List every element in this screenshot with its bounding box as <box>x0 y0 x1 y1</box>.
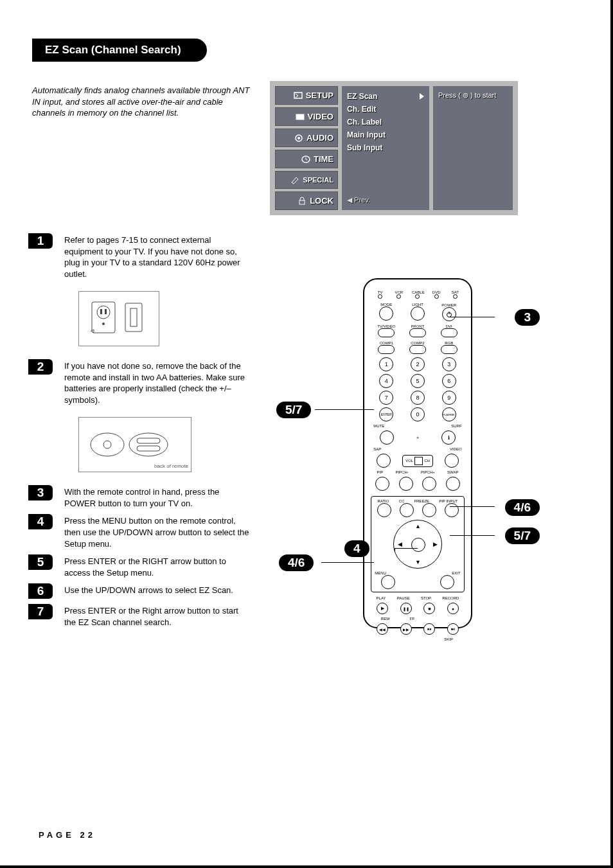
num-1[interactable]: 1 <box>379 357 393 371</box>
osd-item: Ch. Edit <box>347 103 424 116</box>
pipch-plus-button[interactable] <box>422 477 436 491</box>
leader-line <box>395 548 418 549</box>
tvvideo-button[interactable] <box>378 328 395 337</box>
sap-button[interactable] <box>377 454 391 468</box>
step-3: 3 With the remote control in hand, press… <box>32 485 251 509</box>
light-button[interactable] <box>411 306 425 321</box>
swap-button[interactable] <box>446 477 460 491</box>
num-8[interactable]: 8 <box>411 391 425 405</box>
num-5[interactable]: 5 <box>411 374 425 388</box>
pause-button[interactable]: ❚❚ <box>400 603 412 614</box>
intro-text: Automatically finds analog channels avai… <box>32 81 251 215</box>
skipback-button[interactable]: ⏮ <box>423 623 435 635</box>
pipch-minus-button[interactable] <box>399 477 413 491</box>
skipfwd-button[interactable]: ⏭ <box>447 623 459 635</box>
section-title: EZ Scan (Channel Search) <box>32 39 207 62</box>
svg-rect-16 <box>137 438 160 443</box>
vol-ch-rocker[interactable]: VOLCH <box>402 455 433 467</box>
step-text: With the remote control in hand, press t… <box>64 485 251 509</box>
svg-rect-6 <box>92 302 115 333</box>
step-text: Refer to pages 7-15 to connect external … <box>64 233 251 279</box>
ff-button[interactable]: ▶▶ <box>400 623 412 635</box>
comp1-button[interactable] <box>378 345 395 354</box>
num-9[interactable]: 9 <box>442 391 456 405</box>
num-4[interactable]: 4 <box>379 374 393 388</box>
svg-point-13 <box>91 433 124 456</box>
rgb-button[interactable] <box>441 345 458 354</box>
osd-item-selected: EZ Scan <box>347 90 424 103</box>
surf-button[interactable]: ℹ <box>441 430 456 445</box>
rew-button[interactable]: ◀◀ <box>377 623 388 635</box>
front-button[interactable] <box>409 328 426 337</box>
osd-item: Sub Input <box>347 141 424 154</box>
leader-line <box>321 562 374 563</box>
stop-button[interactable]: ■ <box>423 603 435 614</box>
dvi-button[interactable] <box>441 328 458 337</box>
mute-button[interactable] <box>380 430 394 445</box>
step-text: Press ENTER or the RIGHT arrow button to… <box>64 554 251 578</box>
cc-button[interactable] <box>400 503 414 517</box>
step-text: Press the MENU button on the remote cont… <box>64 514 251 549</box>
nav-center-button[interactable] <box>411 538 425 552</box>
comp2-button[interactable] <box>409 345 426 354</box>
callout-menu: 4/6 <box>279 554 314 571</box>
triangle-right-icon <box>420 93 424 100</box>
video-button[interactable] <box>445 454 459 468</box>
step-7: 7 Press ENTER or the Right arrow button … <box>32 604 251 628</box>
video-icon <box>295 112 305 121</box>
remote-diagram: TV VCR CABLE DVD SAT MODE LIGHT POWER TV… <box>276 278 559 633</box>
step-number: 3 <box>28 485 53 500</box>
step-number: 6 <box>28 583 53 599</box>
num-7[interactable]: 7 <box>379 391 393 405</box>
exit-button[interactable] <box>440 575 454 589</box>
svg-rect-11 <box>125 303 142 332</box>
step-5: 5 Press ENTER or the RIGHT arrow button … <box>32 554 251 578</box>
freeze-button[interactable] <box>422 503 436 517</box>
intro-row: Automatically finds analog channels avai… <box>32 81 585 215</box>
time-icon <box>301 155 311 164</box>
enter-button[interactable]: ENTER <box>379 407 393 421</box>
svg-rect-9 <box>105 309 107 314</box>
page-number: PAGE 22 <box>39 830 96 840</box>
play-button[interactable]: ▶ <box>377 603 388 614</box>
svg-rect-1 <box>296 114 304 120</box>
leader-line <box>450 535 495 536</box>
leader-line <box>315 409 374 410</box>
osd-tab-special: SPECIAL <box>275 171 338 189</box>
num-3[interactable]: 3 <box>442 357 456 371</box>
manual-page: EZ Scan (Channel Search) Automatically f… <box>0 0 613 868</box>
osd-items: EZ Scan Ch. Edit Ch. Label Main Input Su… <box>342 86 429 210</box>
flashbk-button[interactable]: FLASHBK <box>442 407 456 421</box>
menu-button[interactable] <box>381 575 395 589</box>
mode-button[interactable] <box>379 306 393 321</box>
step-1: 1 Refer to pages 7-15 to connect externa… <box>32 233 251 279</box>
step-4: 4 Press the MENU button on the remote co… <box>32 514 251 549</box>
osd-tabs: SETUP VIDEO AUDIO TIME SPECIAL LOCK <box>275 86 338 210</box>
record-button[interactable]: ● <box>447 603 459 614</box>
svg-point-7 <box>97 306 110 319</box>
setup-icon <box>293 91 303 100</box>
callout-nav-updown: 4/6 <box>505 499 540 516</box>
step-number: 4 <box>28 514 53 529</box>
pipinput-button[interactable] <box>445 503 459 517</box>
steps-column: 1 Refer to pages 7-15 to connect externa… <box>32 233 251 633</box>
callout-enter: 5/7 <box>276 402 311 418</box>
nav-dpad[interactable]: ▲ ◀ ▶ ▼ <box>393 520 442 569</box>
num-6[interactable]: 6 <box>442 374 456 388</box>
leader-line <box>450 506 495 507</box>
ratio-button[interactable] <box>377 503 391 517</box>
callout-nav-right: 5/7 <box>505 527 540 544</box>
pip-button[interactable] <box>375 477 389 491</box>
audio-icon <box>294 134 304 143</box>
step-text: If you have not done so, remove the back… <box>64 359 251 405</box>
step-2: 2 If you have not done so, remove the ba… <box>32 359 251 405</box>
leader-line <box>450 317 495 317</box>
remote-body: TV VCR CABLE DVD SAT MODE LIGHT POWER TV… <box>363 278 472 628</box>
num-0[interactable]: 0 <box>411 407 425 421</box>
num-2[interactable]: 2 <box>411 357 425 371</box>
power-button[interactable] <box>442 307 456 321</box>
osd-tab-lock: LOCK <box>275 191 338 210</box>
svg-point-10 <box>102 323 105 325</box>
svg-point-14 <box>103 441 111 448</box>
osd-item: Ch. Label <box>347 116 424 128</box>
